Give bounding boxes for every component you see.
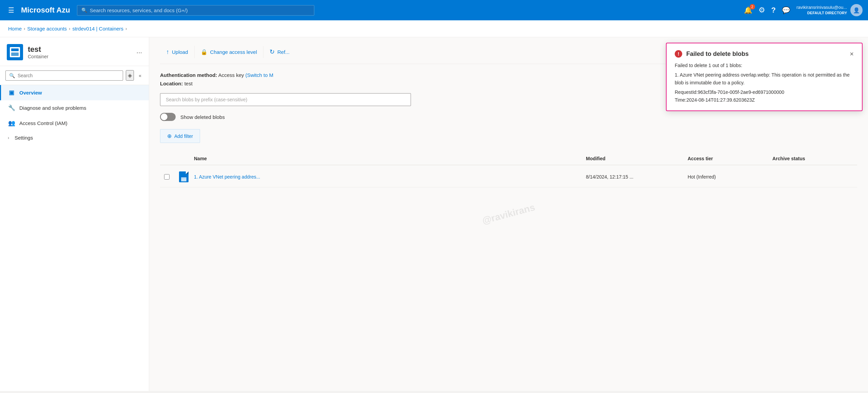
help-icon: ? — [771, 6, 776, 15]
refresh-icon: ↻ — [270, 48, 275, 56]
table-header: Name Modified Access tier Archive status — [160, 152, 857, 165]
feedback-button[interactable]: 💬 — [782, 6, 790, 14]
col-header-access-tier: Access tier — [688, 156, 772, 161]
location-label: Location: — [160, 81, 183, 86]
resource-header: test Container ··· — [0, 37, 149, 66]
overview-icon: ▣ — [8, 89, 15, 96]
sidebar-item-iam[interactable]: 👥 Access Control (IAM) — [0, 116, 149, 131]
error-line2: 1. Azure VNet peering address overlap.we… — [675, 71, 854, 86]
user-directory: DEFAULT DIRECTORY — [796, 11, 847, 15]
row-access-tier: Hot (Inferred) — [688, 174, 772, 180]
sidebar-filter-button[interactable]: ◈ — [126, 70, 134, 81]
chat-icon: 💬 — [782, 6, 790, 14]
show-deleted-row: Show deleted blobs — [160, 113, 857, 121]
main-layout: test Container ··· 🔍 ◈ « ▣ Overview 🔧 Di… — [0, 37, 868, 391]
row-checkbox-cell[interactable] — [160, 174, 174, 180]
topbar-icon-group: 🔔 2 ⚙ ? 💬 ravikiransrinivasulu@ou... DEF… — [744, 4, 863, 16]
sidebar-overview-label: Overview — [19, 90, 42, 96]
row-modified: 8/14/2024, 12:17:15 ... — [586, 174, 688, 180]
global-search-box[interactable]: 🔍 — [77, 5, 314, 16]
breadcrumb-home[interactable]: Home — [8, 26, 22, 32]
col-header-modified: Modified — [586, 156, 688, 161]
col-header-icon — [174, 156, 194, 161]
breadcrumb: Home › Storage accounts › strdev014 | Co… — [0, 20, 868, 37]
blob-icon-lines — [181, 178, 186, 179]
resource-type: Container — [28, 54, 132, 59]
resource-title-area: test Container — [28, 45, 132, 59]
brand-name: Microsoft Azu — [21, 6, 70, 15]
error-title: Failed to delete blobs — [686, 50, 846, 58]
sidebar-item-settings[interactable]: › Settings — [0, 131, 149, 145]
lock-icon: 🔒 — [201, 49, 208, 55]
refresh-label: Ref... — [277, 49, 290, 55]
sidebar-search-input[interactable] — [18, 73, 119, 78]
sidebar-item-diagnose[interactable]: 🔧 Diagnose and solve problems — [0, 100, 149, 116]
avatar[interactable]: 👤 — [850, 4, 863, 16]
add-filter-button[interactable]: ⊕ Add filter — [160, 129, 200, 143]
breadcrumb-container[interactable]: strdev014 | Containers — [72, 26, 123, 32]
iam-icon: 👥 — [8, 120, 15, 127]
resource-more-button[interactable]: ··· — [136, 48, 142, 56]
upload-button[interactable]: ↑ Upload — [160, 46, 195, 58]
error-close-button[interactable]: × — [850, 50, 854, 57]
auth-switch-link[interactable]: (Switch to M — [245, 72, 274, 78]
notifications-button[interactable]: 🔔 2 — [744, 6, 752, 14]
error-line1: Failed to delete 1 out of 1 blobs: — [675, 62, 854, 69]
sidebar-item-overview[interactable]: ▣ Overview — [0, 85, 149, 100]
row-icon-cell — [174, 171, 194, 182]
sidebar-nav: ▣ Overview 🔧 Diagnose and solve problems… — [0, 85, 149, 145]
show-deleted-toggle[interactable] — [160, 113, 176, 121]
auth-switch-text: (Switch to M — [245, 72, 274, 78]
auth-method-value-text: Access key — [218, 72, 244, 78]
upload-icon: ↑ — [166, 48, 169, 56]
container-icon — [10, 47, 20, 57]
blobs-table: Name Modified Access tier Archive status… — [160, 152, 857, 187]
hamburger-icon[interactable]: ☰ — [5, 3, 17, 17]
blob-search-input[interactable]: Search blobs by prefix (case-sensitive) — [160, 93, 411, 106]
notification-badge: 2 — [750, 4, 755, 9]
topbar: ☰ Microsoft Azu 🔍 🔔 2 ⚙ ? 💬 ravikiransri… — [0, 0, 868, 20]
upload-label: Upload — [172, 49, 188, 55]
sidebar-iam-label: Access Control (IAM) — [19, 120, 67, 126]
change-access-button[interactable]: 🔒 Change access level — [195, 46, 263, 58]
sidebar-search-area: 🔍 ◈ « — [0, 66, 149, 85]
error-time: Time:2024-08-14T01:27:39.6203623Z — [675, 96, 854, 104]
auth-method-label: Authentication method: — [160, 72, 217, 78]
main-content: ↑ Upload 🔒 Change access level ↻ Ref... … — [149, 37, 868, 391]
collapse-sidebar-button[interactable]: « — [137, 71, 143, 80]
toggle-knob — [161, 113, 167, 120]
error-body: Failed to delete 1 out of 1 blobs: 1. Az… — [675, 62, 854, 104]
gear-icon: ⚙ — [758, 6, 765, 15]
breadcrumb-sep-2: › — [69, 26, 70, 31]
add-filter-label: Add filter — [174, 133, 193, 139]
search-icon: 🔍 — [81, 7, 87, 13]
sidebar: test Container ··· 🔍 ◈ « ▣ Overview 🔧 Di… — [0, 37, 149, 391]
breadcrumb-storage-accounts[interactable]: Storage accounts — [27, 26, 67, 32]
blob-file-icon — [179, 171, 189, 182]
col-header-name: Name — [194, 156, 586, 161]
table-row[interactable]: 1. Azure VNet peering addres... 8/14/202… — [160, 167, 857, 187]
chevron-right-icon: › — [8, 136, 9, 140]
col-header-checkbox — [160, 156, 174, 161]
sidebar-settings-label: Settings — [15, 135, 33, 141]
resource-name: test — [28, 45, 132, 54]
show-deleted-label: Show deleted blobs — [180, 114, 225, 120]
sidebar-diagnose-label: Diagnose and solve problems — [19, 105, 86, 111]
row-name[interactable]: 1. Azure VNet peering addres... — [194, 174, 586, 180]
settings-button[interactable]: ⚙ — [758, 6, 765, 15]
col-header-archive-status: Archive status — [772, 156, 857, 161]
add-filter-icon: ⊕ — [167, 133, 172, 139]
diagnose-icon: 🔧 — [8, 104, 15, 111]
global-search-input[interactable] — [90, 7, 310, 13]
user-profile-button[interactable]: ravikiransrinivasulu@ou... DEFAULT DIREC… — [796, 4, 863, 16]
error-notification: ! Failed to delete blobs × Failed to del… — [666, 43, 863, 111]
breadcrumb-sep-1: › — [24, 26, 25, 31]
sidebar-search-box[interactable]: 🔍 — [5, 70, 123, 81]
sidebar-search-icon: 🔍 — [9, 73, 15, 78]
resource-icon — [7, 44, 23, 60]
row-checkbox[interactable] — [164, 174, 170, 180]
help-button[interactable]: ? — [771, 6, 776, 15]
error-request-id: RequestId:963cf3fa-701e-005f-2ae9-ed6971… — [675, 88, 854, 96]
watermark: @ravikirans — [481, 202, 536, 226]
refresh-button[interactable]: ↻ Ref... — [263, 45, 296, 58]
